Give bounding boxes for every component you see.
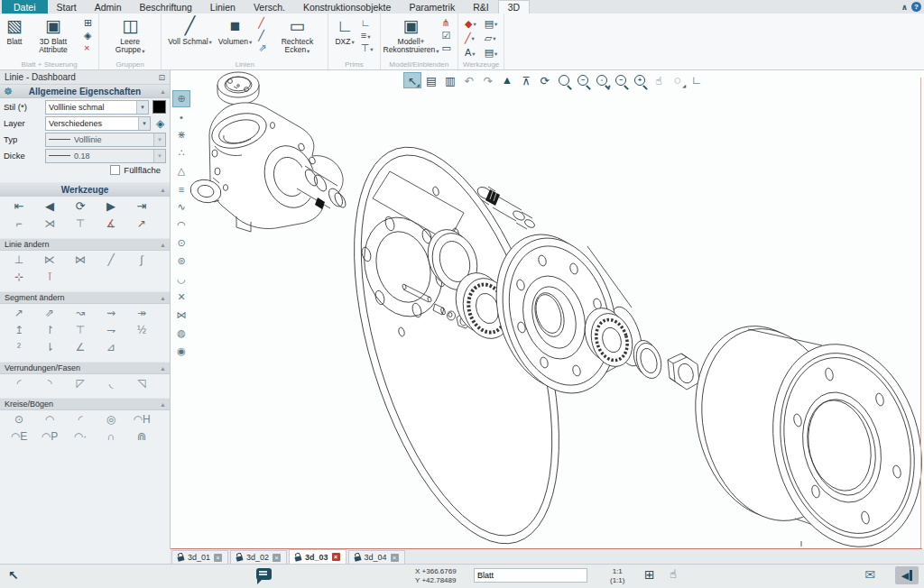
drop-segment-tool[interactable]: ⇂ [34, 339, 65, 354]
ribbon-button-modell-rekonstruieren[interactable]: ▣Modell+ Rekonstruieren▾ [387, 15, 436, 55]
move-segment-tool[interactable]: ↗ [4, 305, 34, 320]
axes-small-icon[interactable]: ∟ [361, 17, 374, 28]
delete-points-tool[interactable]: ⋈ [172, 307, 190, 324]
menu-tab-beschriftung[interactable]: Beschriftung [130, 0, 200, 14]
trim-cross-tool[interactable]: ⋊ [34, 216, 65, 231]
section-header-linie-ändern[interactable]: Linie ändern▲ [0, 238, 170, 251]
offset-segment-tool[interactable]: ↝ [65, 305, 96, 320]
zoom-minus-button[interactable]: − [612, 72, 630, 88]
go-previous-button[interactable]: ◀ [34, 198, 65, 214]
menu-tab-datei[interactable]: Datei [2, 0, 48, 14]
save-volume-icon[interactable]: ▤▾ [485, 18, 498, 30]
plane-arrow-icon[interactable]: ⇗ [258, 42, 266, 53]
raise-segment-tool[interactable]: ↾ [34, 322, 65, 337]
go-last-button[interactable]: ⇥ [126, 198, 157, 214]
angle-tool[interactable]: ∡ [96, 216, 126, 231]
menu-tab-linien[interactable]: Linien [201, 0, 245, 14]
zoom-out-button[interactable]: − [574, 72, 592, 88]
measure-square-button[interactable]: ∟ [688, 72, 706, 88]
stack-layers-icon[interactable]: ≡▾ [361, 30, 374, 41]
section-header-verrundungen-fasen[interactable]: Verrundungen/Fasen▲ [0, 362, 170, 374]
arc-e-tool[interactable]: ◠E [4, 428, 34, 444]
help-icon[interactable]: ? [911, 2, 921, 12]
circle-point-tool[interactable]: ⊙ [172, 234, 190, 252]
arc-point-tool[interactable]: ◠ [34, 411, 65, 427]
text-tool-icon[interactable]: A▾ [465, 47, 476, 59]
folder-open-icon[interactable]: ▱▾ [485, 32, 498, 44]
section-header-general[interactable]: ☸ Allgemeine Eigenschaften ▲ [0, 85, 170, 98]
fillet-tool[interactable]: ◜ [4, 375, 34, 390]
double-segment-tool[interactable]: ² [4, 339, 34, 354]
list-tool[interactable]: ≡ [172, 180, 190, 198]
gesture-icon[interactable]: ☝ [670, 567, 677, 581]
copy-segment-tool[interactable]: ⇗ [34, 305, 65, 320]
spline-tool[interactable]: ∿ [172, 198, 190, 216]
corner-tool[interactable]: ⌐ [4, 216, 34, 231]
join-tool[interactable]: ⋈ [65, 252, 96, 267]
arc-h-tool[interactable]: ◠H [126, 411, 157, 427]
ribbon-button-volumen[interactable]: ■Volumen▾ [218, 15, 252, 46]
pin-icon[interactable]: ⊡ [158, 73, 165, 82]
section-header-kreise-bögen[interactable]: Kreise/Bögen▲ [0, 398, 170, 410]
slant-tool[interactable]: ╱ [96, 252, 126, 267]
triangle-segment-tool[interactable]: ⊿ [96, 339, 126, 354]
endpoint-tool[interactable]: ⊹ [4, 269, 34, 284]
line-segment-alt-icon[interactable]: ╱ [258, 30, 266, 41]
fillet-delete-tool[interactable]: ◹ [126, 375, 157, 390]
arc-a-tool[interactable]: ∩ [96, 428, 126, 444]
refresh-view-button[interactable]: ⟳ [536, 72, 554, 88]
lift-segment-tool[interactable]: ↥ [4, 322, 34, 337]
ribbon-button-voll-schmal[interactable]: ╱Voll Schmal▾ [168, 15, 212, 46]
go-first-button[interactable]: ⇤ [4, 198, 34, 214]
lock-icon[interactable] [177, 556, 184, 562]
chamfer-delete-tool[interactable]: ◸ [65, 375, 96, 390]
chamfer-tool[interactable]: ◟ [96, 375, 126, 390]
cube-diamond-icon[interactable]: ◈ [84, 30, 92, 41]
zoom-button[interactable] [555, 72, 573, 88]
collapse-icon[interactable]: ▲ [160, 242, 166, 248]
document-tab-3d-03[interactable]: 3d_03× [289, 549, 346, 565]
checkbox-checked-icon[interactable]: ☑ [442, 30, 451, 41]
arc-tool[interactable]: ◜ [65, 411, 96, 427]
collapse-icon[interactable]: ▲ [160, 187, 166, 193]
exit-panel-icon[interactable]: ◀ [895, 566, 919, 584]
color-swatch[interactable] [152, 100, 166, 114]
arc-a2-tool[interactable]: ⋒ [126, 428, 157, 444]
zoom-window-button[interactable]: ▫◢ [593, 72, 611, 88]
menu-tab-r-i[interactable]: R&I [464, 0, 498, 14]
fill-area-checkbox[interactable] [110, 165, 120, 175]
type-select[interactable]: Volllinie ▼ [45, 133, 166, 147]
construction-settings-tool[interactable]: ⊕ [172, 90, 190, 107]
tangent-circles-tool[interactable]: ◎ [96, 411, 126, 427]
move-top-button[interactable]: ⊼ [517, 72, 535, 88]
delete-red-x-icon[interactable]: × [84, 42, 92, 53]
wave-segment-tool[interactable]: ⇝ [96, 305, 126, 320]
style-select[interactable]: Volllinie schmal ▼ [45, 100, 149, 115]
lock-icon[interactable] [236, 556, 244, 562]
curve-tool[interactable]: ◡ [172, 271, 190, 288]
menu-tab-konstruktionsobjekte[interactable]: Konstruktionsobjekte [294, 0, 400, 14]
ribbon-button-dxz[interactable]: ∟DXZ▾ [335, 15, 354, 46]
half-segment-tool[interactable]: ½ [126, 322, 157, 337]
monitor-small-icon[interactable]: ▭ [442, 42, 451, 53]
save-as-button[interactable]: ▥ [441, 72, 459, 88]
undo-button[interactable]: ↶ [460, 72, 478, 88]
sheet-name-input[interactable] [474, 568, 587, 583]
close-icon[interactable]: × [332, 553, 340, 561]
extend-segment-tool[interactable]: ↠ [126, 305, 157, 320]
circle-center-tool[interactable]: ⊙ [4, 411, 34, 427]
snap-tool[interactable]: ⊤ [65, 216, 96, 231]
snap-intersection-tool[interactable]: ⋇ [172, 126, 190, 143]
stretch-tool[interactable]: ⊥ [4, 252, 34, 267]
go-next-button[interactable]: ▶ [96, 198, 126, 214]
zoom-plus-button[interactable]: + [631, 72, 649, 88]
close-icon[interactable]: × [214, 554, 222, 562]
menu-tab-start[interactable]: Start [48, 0, 86, 14]
section-header-werkzeuge[interactable]: Werkzeuge▲ [0, 182, 170, 197]
mail-icon[interactable]: ✉ [864, 567, 875, 582]
volume-red-icon[interactable]: ◆▾ [465, 18, 476, 30]
delete-tool[interactable]: ✕ [172, 289, 190, 306]
angle-segment-tool[interactable]: ∠ [65, 339, 96, 354]
menu-tab-admin[interactable]: Admin [86, 0, 131, 14]
lasso-select-button[interactable]: ◌◢ [669, 72, 687, 88]
